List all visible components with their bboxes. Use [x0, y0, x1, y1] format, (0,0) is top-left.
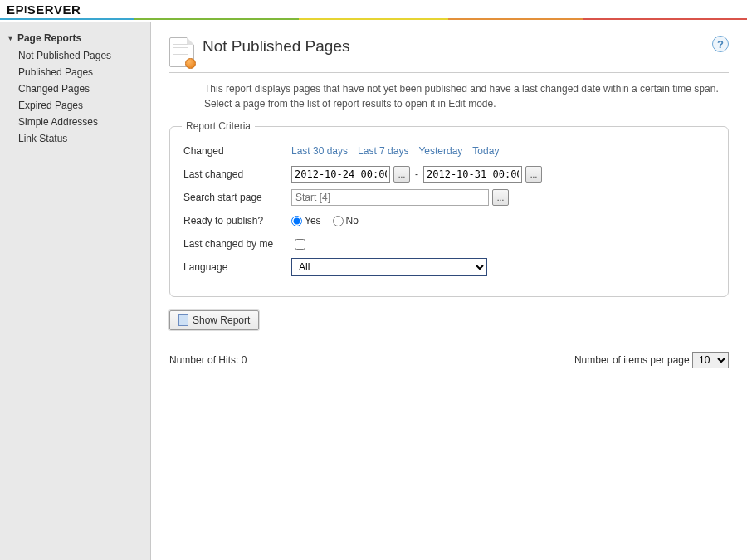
date-from-picker-button[interactable]: ...: [393, 166, 410, 183]
items-per-page-label: Number of items per page: [574, 354, 690, 366]
link-yesterday[interactable]: Yesterday: [418, 145, 462, 157]
items-per-page-group: Number of items per page 10: [574, 352, 729, 368]
quick-range-links: Last 30 days Last 7 days Yesterday Today: [291, 145, 505, 157]
help-icon[interactable]: ?: [712, 36, 729, 52]
brand-logo: EPiSERVER: [7, 2, 81, 17]
label-changed: Changed: [183, 145, 291, 157]
label-last-changed-by-me: Last changed by me: [183, 238, 291, 250]
sidebar: ▼ Page Reports Not Published Pages Publi…: [0, 22, 151, 560]
page-title: Not Published Pages: [203, 37, 349, 56]
radio-ready-yes-input[interactable]: [291, 216, 302, 226]
label-last-changed: Last changed: [183, 168, 291, 180]
search-start-page-picker-button[interactable]: ...: [492, 189, 509, 206]
sidebar-item-published-pages[interactable]: Published Pages: [0, 64, 150, 80]
date-to-picker-button[interactable]: ...: [525, 166, 542, 183]
sidebar-header[interactable]: ▼ Page Reports: [0, 31, 150, 47]
report-criteria-fieldset: Report Criteria Changed Last 30 days Las…: [169, 126, 729, 297]
checkbox-last-changed-by-me[interactable]: [295, 239, 305, 250]
link-today[interactable]: Today: [472, 145, 499, 157]
sidebar-item-simple-addresses[interactable]: Simple Addresses: [0, 114, 150, 130]
link-last-7-days[interactable]: Last 7 days: [358, 145, 408, 157]
number-of-hits: Number of Hits: 0: [169, 354, 247, 366]
date-to-input[interactable]: [423, 166, 522, 183]
date-from-input[interactable]: [291, 166, 390, 183]
show-report-button[interactable]: Show Report: [169, 310, 259, 330]
fieldset-legend: Report Criteria: [182, 120, 255, 132]
search-start-page-input[interactable]: [291, 189, 489, 206]
sidebar-item-expired-pages[interactable]: Expired Pages: [0, 97, 150, 114]
main-content: Not Published Pages ? This report displa…: [151, 22, 747, 560]
document-icon: [169, 37, 194, 67]
sidebar-item-changed-pages[interactable]: Changed Pages: [0, 80, 150, 97]
sidebar-item-link-status[interactable]: Link Status: [0, 130, 150, 147]
items-per-page-select[interactable]: 10: [692, 352, 729, 368]
radio-ready-no-label: No: [346, 215, 359, 226]
language-select[interactable]: All: [291, 258, 487, 276]
brand-accent-bar: [0, 18, 747, 20]
chevron-down-icon: ▼: [7, 34, 14, 42]
radio-ready-yes[interactable]: Yes: [291, 215, 321, 226]
link-last-30-days[interactable]: Last 30 days: [291, 145, 348, 157]
page-header: Not Published Pages ?: [169, 37, 729, 73]
date-range-dash: -: [415, 168, 418, 180]
report-icon: [178, 314, 188, 326]
sidebar-header-label: Page Reports: [17, 32, 81, 44]
radio-ready-no[interactable]: No: [333, 215, 359, 226]
label-ready-to-publish: Ready to publish?: [183, 215, 291, 226]
radio-ready-yes-label: Yes: [305, 215, 321, 226]
show-report-label: Show Report: [193, 314, 250, 326]
radio-ready-no-input[interactable]: [333, 216, 344, 226]
sidebar-item-not-published-pages[interactable]: Not Published Pages: [0, 47, 150, 64]
top-bar: EPiSERVER: [0, 0, 747, 18]
label-search-start-page: Search start page: [183, 192, 291, 203]
label-language: Language: [183, 261, 291, 273]
page-description: This report displays pages that have not…: [204, 81, 729, 111]
